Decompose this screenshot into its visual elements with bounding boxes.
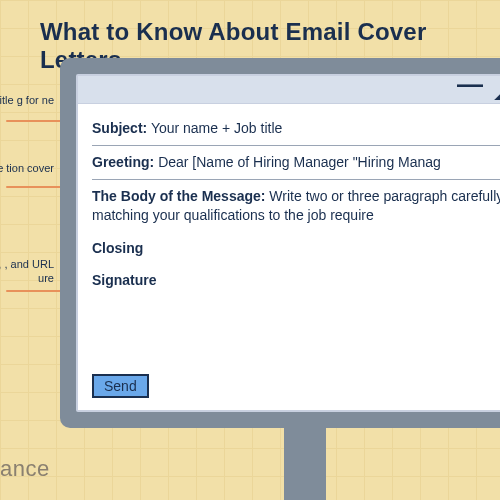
- monitor-frame: — ◢ Subject: Your name + Job title Greet…: [60, 58, 500, 428]
- closing-row: Closing: [92, 232, 500, 265]
- email-body-area: Subject: Your name + Job title Greeting:…: [78, 104, 500, 410]
- body-row: The Body of the Message: Write two or th…: [92, 180, 500, 232]
- subject-label: Subject:: [92, 120, 147, 136]
- callout-signature: ull s, , and URL ure: [0, 258, 54, 286]
- signature-label: Signature: [92, 272, 157, 288]
- monitor-stand: [284, 428, 326, 500]
- callout-greeting: me tion cover: [0, 162, 54, 176]
- email-titlebar: — ◢: [78, 76, 500, 104]
- pointer-line-2: [6, 186, 68, 188]
- footer-brand: ance: [0, 456, 50, 482]
- email-window: — ◢ Subject: Your name + Job title Greet…: [76, 74, 500, 412]
- expand-icon[interactable]: ◢: [495, 79, 500, 101]
- signature-row: Signature: [92, 264, 500, 297]
- pointer-line-3: [6, 290, 68, 292]
- subject-value: Your name + Job title: [151, 120, 282, 136]
- pointer-line-1: [6, 120, 68, 122]
- send-button[interactable]: Send: [92, 374, 149, 398]
- subject-row: Subject: Your name + Job title: [92, 112, 500, 146]
- greeting-label: Greeting:: [92, 154, 154, 170]
- minimize-icon[interactable]: —: [457, 71, 483, 97]
- callout-subject: d title g for ne: [0, 94, 54, 108]
- body-label: The Body of the Message:: [92, 188, 265, 204]
- greeting-value: Dear [Name of Hiring Manager "Hiring Man…: [158, 154, 441, 170]
- send-row: Send: [92, 374, 500, 400]
- closing-label: Closing: [92, 240, 143, 256]
- greeting-row: Greeting: Dear [Name of Hiring Manager "…: [92, 146, 500, 180]
